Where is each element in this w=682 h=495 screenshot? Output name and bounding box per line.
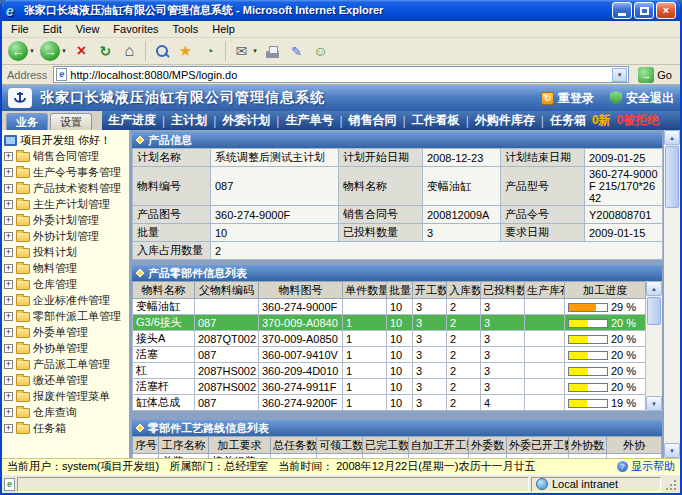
nav-separator: | xyxy=(403,114,406,128)
search-button[interactable] xyxy=(150,39,173,63)
scroll-up-icon[interactable]: ▲ xyxy=(646,281,662,296)
messenger-button[interactable]: ☺ xyxy=(309,39,332,63)
parts-table-scrollbar[interactable]: ▲ ▼ xyxy=(646,281,662,411)
nav-item-0[interactable]: 生产进度 xyxy=(108,112,156,129)
sidebar-item-17[interactable]: +任务箱 xyxy=(4,420,129,436)
tab-0[interactable]: 业务 xyxy=(6,113,48,130)
sidebar-item-15[interactable]: +报废件管理菜单 xyxy=(4,388,129,404)
sidebar-item-12[interactable]: +外协单管理 xyxy=(4,340,129,356)
parts-row-0[interactable]: 变幅油缸360-274-9000F1032329 % xyxy=(133,299,646,315)
sidebar-item-label: 任务箱 xyxy=(33,421,66,436)
sidebar-item-1[interactable]: +生产令号事务管理 xyxy=(4,164,129,180)
expand-plus-icon[interactable]: + xyxy=(4,152,13,161)
home-button[interactable]: ⌂ xyxy=(118,39,141,63)
menu-item-file[interactable]: File xyxy=(4,22,36,36)
sidebar-item-6[interactable]: +投料计划 xyxy=(4,244,129,260)
menu-item-help[interactable]: Help xyxy=(205,22,242,36)
expand-plus-icon[interactable]: + xyxy=(4,280,13,289)
scroll-down-icon[interactable]: ▼ xyxy=(646,396,662,411)
stop-icon: × xyxy=(72,42,91,61)
expand-plus-icon[interactable]: + xyxy=(4,344,13,353)
sidebar-item-4[interactable]: +外委计划管理 xyxy=(4,212,129,228)
expand-plus-icon[interactable]: + xyxy=(4,168,13,177)
product-info-row: 批量10已投料数量3要求日期2009-01-15 xyxy=(133,224,663,242)
title-bar[interactable]: e 张家口长城液压油缸有限公司管理信息系统 - Microsoft Intern… xyxy=(2,0,680,21)
nav-item-7[interactable]: 任务箱 xyxy=(550,112,586,129)
sidebar-item-8[interactable]: +仓库管理 xyxy=(4,276,129,292)
scrollbar-thumb[interactable] xyxy=(665,146,679,208)
sidebar-item-0[interactable]: +销售合同管理 xyxy=(4,148,129,164)
field-label: 批量 xyxy=(133,224,211,242)
maximize-button[interactable] xyxy=(634,2,654,19)
expand-plus-icon[interactable]: + xyxy=(4,376,13,385)
parts-row-3[interactable]: 活塞087360-007-9410V11032320 % xyxy=(133,347,646,363)
edit-button[interactable]: ✎ xyxy=(285,39,308,63)
expand-plus-icon[interactable]: + xyxy=(4,216,13,225)
expand-plus-icon[interactable]: + xyxy=(4,360,13,369)
parts-row-6[interactable]: 缸体总成087360-274-9200F11032419 % xyxy=(133,395,646,411)
expand-plus-icon[interactable]: + xyxy=(4,264,13,273)
scrollbar-thumb[interactable] xyxy=(647,297,661,325)
product-info-row: 计划名称系统调整后测试主计划计划开始日期2008-12-23计划结束日期2009… xyxy=(133,149,663,167)
page-scrollbar[interactable]: ▲ ▼ xyxy=(664,130,680,458)
sidebar-item-7[interactable]: +物料管理 xyxy=(4,260,129,276)
scroll-up-icon[interactable]: ▲ xyxy=(664,130,680,145)
dropdown-arrow-icon: ▼ xyxy=(29,48,35,54)
expand-plus-icon[interactable]: + xyxy=(4,328,13,337)
field-value: 360-274-9000F xyxy=(211,206,339,224)
expand-plus-icon[interactable]: + xyxy=(4,248,13,257)
address-input[interactable]: e http://localhost:8080/MPS/login.do ▼ xyxy=(53,66,629,83)
sidebar-item-14[interactable]: +缴还单管理 xyxy=(4,372,129,388)
progress-label: 29 % xyxy=(611,301,636,313)
sidebar-item-3[interactable]: +主生产计划管理 xyxy=(4,196,129,212)
expand-plus-icon[interactable]: + xyxy=(4,184,13,193)
nav-item-6[interactable]: 外购件库存 xyxy=(475,112,535,129)
refresh-button[interactable]: ↻ xyxy=(94,39,117,63)
expand-plus-icon[interactable]: + xyxy=(4,392,13,401)
relogin-button[interactable]: ↻ 重登录 xyxy=(541,90,594,107)
sidebar-item-9[interactable]: +企业标准件管理 xyxy=(4,292,129,308)
close-button[interactable]: × xyxy=(656,2,676,19)
tab-1[interactable]: 设置 xyxy=(50,113,92,130)
parts-row-5[interactable]: 活塞杆2087HS002360-274-9911F11032320 % xyxy=(133,379,646,395)
nav-item-5[interactable]: 工作看板 xyxy=(412,112,460,129)
expand-plus-icon[interactable]: + xyxy=(4,200,13,209)
expand-plus-icon[interactable]: + xyxy=(4,424,13,433)
favorites-button[interactable]: ★ xyxy=(174,39,197,63)
expand-plus-icon[interactable]: + xyxy=(4,312,13,321)
logout-button[interactable]: 安全退出 xyxy=(610,90,674,107)
sidebar-item-10[interactable]: +零部件派工单管理 xyxy=(4,308,129,324)
nav-item-2[interactable]: 外委计划 xyxy=(222,112,270,129)
address-dropdown-button[interactable]: ▼ xyxy=(612,68,627,82)
nav-item-4[interactable]: 销售合同 xyxy=(349,112,397,129)
scroll-down-icon[interactable]: ▼ xyxy=(664,443,680,458)
forward-button[interactable]: →▼ xyxy=(38,39,69,63)
sidebar-item-2[interactable]: +产品技术资料管理 xyxy=(4,180,129,196)
sidebar-item-11[interactable]: +外委单管理 xyxy=(4,324,129,340)
sidebar-item-13[interactable]: +产品派工单管理 xyxy=(4,356,129,372)
mail-button[interactable]: ✉▼ xyxy=(230,39,260,63)
history-button[interactable]: ◔ xyxy=(198,39,221,63)
expand-plus-icon[interactable]: + xyxy=(4,232,13,241)
parts-row-1[interactable]: G3/6接头087370-009-A084011032320 % xyxy=(133,315,646,331)
menu-item-view[interactable]: View xyxy=(69,22,107,36)
minimize-button[interactable] xyxy=(612,2,632,19)
menu-item-tools[interactable]: Tools xyxy=(166,22,206,36)
progress-fill xyxy=(569,320,588,327)
show-help-link[interactable]: ? 显示帮助 xyxy=(617,459,675,474)
expand-plus-icon[interactable]: + xyxy=(4,296,13,305)
expand-plus-icon[interactable]: + xyxy=(4,408,13,417)
sidebar-item-5[interactable]: +外协计划管理 xyxy=(4,228,129,244)
back-button[interactable]: ←▼ xyxy=(6,39,37,63)
go-button[interactable]: → Go xyxy=(633,67,677,83)
nav-item-3[interactable]: 生产单号 xyxy=(285,112,333,129)
stop-button[interactable]: × xyxy=(70,39,93,63)
print-button[interactable] xyxy=(261,39,284,63)
menu-item-edit[interactable]: Edit xyxy=(36,22,69,36)
nav-item-1[interactable]: 主计划 xyxy=(171,112,207,129)
parts-row-4[interactable]: 杠2087HS002360-209-4D01011032320 % xyxy=(133,363,646,379)
sidebar-item-16[interactable]: +仓库查询 xyxy=(4,404,129,420)
menu-item-favorites[interactable]: Favorites xyxy=(106,22,165,36)
resize-grip[interactable] xyxy=(663,477,678,492)
parts-row-2[interactable]: 接头A2087QT002370-009-A085011032320 % xyxy=(133,331,646,347)
